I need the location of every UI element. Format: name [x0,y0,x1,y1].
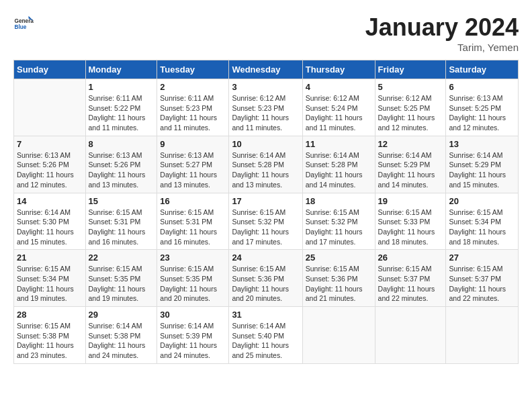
calendar-cell: 29Sunrise: 6:14 AMSunset: 5:38 PMDayligh… [85,307,157,364]
day-detail: Sunrise: 6:12 AMSunset: 5:25 PMDaylight:… [378,93,443,133]
calendar-cell: 6Sunrise: 6:13 AMSunset: 5:25 PMDaylight… [446,79,519,136]
day-detail: Sunrise: 6:15 AMSunset: 5:33 PMDaylight:… [378,208,443,247]
day-number: 22 [89,253,154,263]
day-detail: Sunrise: 6:15 AMSunset: 5:38 PMDaylight:… [17,321,83,361]
day-detail: Sunrise: 6:14 AMSunset: 5:38 PMDaylight:… [89,321,154,361]
calendar-cell: 27Sunrise: 6:15 AMSunset: 5:37 PMDayligh… [446,250,519,307]
day-number: 8 [89,139,154,149]
calendar-week-5: 28Sunrise: 6:15 AMSunset: 5:38 PMDayligh… [14,307,519,364]
day-number: 16 [160,196,226,206]
day-header-thursday: Thursday [302,60,375,79]
day-detail: Sunrise: 6:14 AMSunset: 5:40 PMDaylight:… [232,321,299,361]
calendar-cell: 13Sunrise: 6:14 AMSunset: 5:29 PMDayligh… [446,136,519,193]
calendar-week-3: 14Sunrise: 6:14 AMSunset: 5:30 PMDayligh… [14,193,519,250]
day-detail: Sunrise: 6:15 AMSunset: 5:34 PMDaylight:… [17,264,83,304]
day-header-wednesday: Wednesday [229,60,302,79]
day-detail: Sunrise: 6:15 AMSunset: 5:34 PMDaylight:… [449,208,515,247]
day-header-sunday: Sunday [14,60,86,79]
day-number: 28 [17,310,83,320]
day-number: 9 [160,139,226,149]
svg-text:Blue: Blue [15,24,27,30]
day-number: 24 [232,253,299,263]
day-detail: Sunrise: 6:15 AMSunset: 5:36 PMDaylight:… [306,264,372,304]
day-number: 19 [378,196,443,206]
calendar-cell [446,307,519,364]
day-number: 7 [17,139,83,149]
day-number: 15 [89,196,154,206]
day-detail: Sunrise: 6:15 AMSunset: 5:36 PMDaylight:… [232,264,299,304]
calendar-cell: 22Sunrise: 6:15 AMSunset: 5:35 PMDayligh… [85,250,157,307]
day-number: 4 [306,82,372,92]
day-detail: Sunrise: 6:14 AMSunset: 5:29 PMDaylight:… [449,150,515,190]
day-detail: Sunrise: 6:13 AMSunset: 5:26 PMDaylight:… [89,150,154,190]
calendar-cell: 20Sunrise: 6:15 AMSunset: 5:34 PMDayligh… [446,193,519,250]
day-number: 26 [378,253,443,263]
page-header: General Blue January 2024 Tarim, Yemen [13,13,519,53]
calendar-body: 1Sunrise: 6:11 AMSunset: 5:22 PMDaylight… [14,79,519,364]
day-number: 27 [449,253,515,263]
month-title: January 2024 [365,13,519,42]
day-number: 11 [306,139,372,149]
calendar-week-4: 21Sunrise: 6:15 AMSunset: 5:34 PMDayligh… [14,250,519,307]
day-detail: Sunrise: 6:15 AMSunset: 5:31 PMDaylight:… [160,208,226,247]
day-number: 6 [449,82,515,92]
calendar-cell: 17Sunrise: 6:15 AMSunset: 5:32 PMDayligh… [229,193,302,250]
day-number: 5 [378,82,443,92]
calendar-cell: 10Sunrise: 6:14 AMSunset: 5:28 PMDayligh… [229,136,302,193]
calendar-cell: 12Sunrise: 6:14 AMSunset: 5:29 PMDayligh… [375,136,446,193]
title-block: January 2024 Tarim, Yemen [365,13,519,53]
day-number: 21 [17,253,83,263]
day-number: 14 [17,196,83,206]
day-detail: Sunrise: 6:15 AMSunset: 5:32 PMDaylight:… [232,208,299,247]
day-detail: Sunrise: 6:15 AMSunset: 5:35 PMDaylight:… [160,264,226,304]
day-detail: Sunrise: 6:13 AMSunset: 5:27 PMDaylight:… [160,150,226,190]
day-detail: Sunrise: 6:12 AMSunset: 5:24 PMDaylight:… [306,93,372,133]
day-detail: Sunrise: 6:15 AMSunset: 5:31 PMDaylight:… [89,208,154,247]
day-detail: Sunrise: 6:11 AMSunset: 5:23 PMDaylight:… [160,93,226,133]
day-number: 30 [160,310,226,320]
calendar-week-2: 7Sunrise: 6:13 AMSunset: 5:26 PMDaylight… [14,136,519,193]
day-detail: Sunrise: 6:12 AMSunset: 5:23 PMDaylight:… [232,93,299,133]
day-detail: Sunrise: 6:15 AMSunset: 5:37 PMDaylight:… [378,264,443,304]
day-number: 3 [232,82,299,92]
day-number: 17 [232,196,299,206]
day-number: 13 [449,139,515,149]
day-detail: Sunrise: 6:14 AMSunset: 5:30 PMDaylight:… [17,208,83,247]
day-number: 20 [449,196,515,206]
calendar-cell: 18Sunrise: 6:15 AMSunset: 5:32 PMDayligh… [302,193,375,250]
day-detail: Sunrise: 6:11 AMSunset: 5:22 PMDaylight:… [89,93,154,133]
day-header-saturday: Saturday [446,60,519,79]
calendar-header-row: SundayMondayTuesdayWednesdayThursdayFrid… [14,60,519,79]
day-header-friday: Friday [375,60,446,79]
day-header-monday: Monday [85,60,157,79]
calendar-cell: 5Sunrise: 6:12 AMSunset: 5:25 PMDaylight… [375,79,446,136]
day-number: 12 [378,139,443,149]
day-number: 25 [306,253,372,263]
calendar-cell: 8Sunrise: 6:13 AMSunset: 5:26 PMDaylight… [85,136,157,193]
calendar-cell: 26Sunrise: 6:15 AMSunset: 5:37 PMDayligh… [375,250,446,307]
location: Tarim, Yemen [365,42,519,53]
day-detail: Sunrise: 6:13 AMSunset: 5:26 PMDaylight:… [17,150,83,190]
day-number: 31 [232,310,299,320]
calendar-cell: 9Sunrise: 6:13 AMSunset: 5:27 PMDaylight… [157,136,229,193]
day-detail: Sunrise: 6:14 AMSunset: 5:28 PMDaylight:… [306,150,372,190]
calendar-cell: 16Sunrise: 6:15 AMSunset: 5:31 PMDayligh… [157,193,229,250]
day-number: 23 [160,253,226,263]
day-number: 29 [89,310,154,320]
calendar-cell: 11Sunrise: 6:14 AMSunset: 5:28 PMDayligh… [302,136,375,193]
day-detail: Sunrise: 6:15 AMSunset: 5:32 PMDaylight:… [306,208,372,247]
calendar-cell: 30Sunrise: 6:14 AMSunset: 5:39 PMDayligh… [157,307,229,364]
calendar-cell: 25Sunrise: 6:15 AMSunset: 5:36 PMDayligh… [302,250,375,307]
calendar-cell: 23Sunrise: 6:15 AMSunset: 5:35 PMDayligh… [157,250,229,307]
calendar-cell: 14Sunrise: 6:14 AMSunset: 5:30 PMDayligh… [14,193,86,250]
day-number: 18 [306,196,372,206]
logo-icon: General Blue [13,13,34,34]
day-detail: Sunrise: 6:14 AMSunset: 5:28 PMDaylight:… [232,150,299,190]
calendar-cell [375,307,446,364]
calendar-cell: 31Sunrise: 6:14 AMSunset: 5:40 PMDayligh… [229,307,302,364]
day-detail: Sunrise: 6:13 AMSunset: 5:25 PMDaylight:… [449,93,515,133]
calendar-cell: 3Sunrise: 6:12 AMSunset: 5:23 PMDaylight… [229,79,302,136]
calendar-week-1: 1Sunrise: 6:11 AMSunset: 5:22 PMDaylight… [14,79,519,136]
calendar-cell: 2Sunrise: 6:11 AMSunset: 5:23 PMDaylight… [157,79,229,136]
calendar-cell: 4Sunrise: 6:12 AMSunset: 5:24 PMDaylight… [302,79,375,136]
